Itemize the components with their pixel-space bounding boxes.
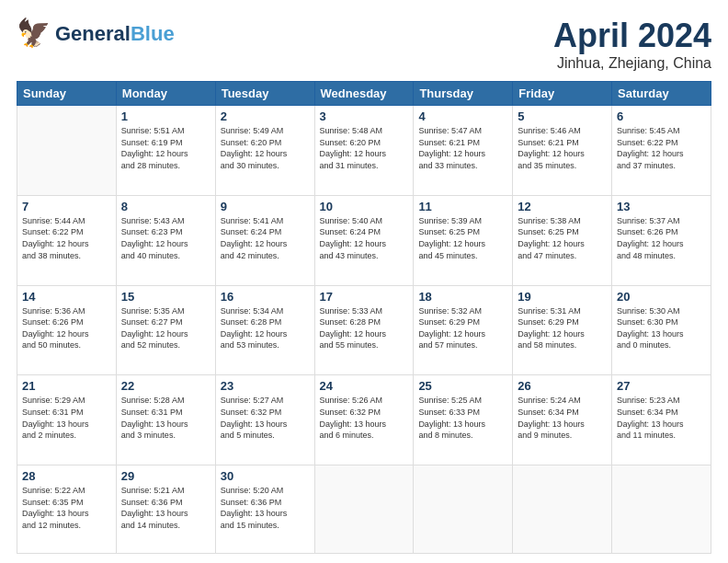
day-info: Sunrise: 5:23 AMSunset: 6:34 PMDaylight:… [617,395,706,441]
table-row: 24Sunrise: 5:26 AMSunset: 6:32 PMDayligh… [314,375,414,465]
table-row [414,465,513,554]
table-row: 8Sunrise: 5:43 AMSunset: 6:23 PMDaylight… [116,195,215,285]
subtitle: Jinhua, Zhejiang, China [553,55,711,72]
table-row: 15Sunrise: 5:35 AMSunset: 6:27 PMDayligh… [116,285,215,375]
day-number: 21 [22,379,111,393]
day-info: Sunrise: 5:25 AMSunset: 6:33 PMDaylight:… [418,395,507,441]
day-number: 26 [518,379,607,393]
day-number: 13 [617,200,706,213]
table-row: 7Sunrise: 5:44 AMSunset: 6:22 PMDaylight… [17,195,117,285]
day-info: Sunrise: 5:35 AMSunset: 6:27 PMDaylight:… [121,305,210,351]
day-info: Sunrise: 5:48 AMSunset: 6:20 PMDaylight:… [320,125,409,171]
table-row: 4Sunrise: 5:47 AMSunset: 6:21 PMDaylight… [414,106,513,196]
table-row: 6Sunrise: 5:45 AMSunset: 6:22 PMDaylight… [612,106,711,196]
day-number: 6 [617,109,706,123]
day-info: Sunrise: 5:46 AMSunset: 6:21 PMDaylight:… [518,125,607,171]
header-wednesday: Wednesday [314,82,414,106]
day-info: Sunrise: 5:37 AMSunset: 6:26 PMDaylight:… [617,215,706,261]
svg-text:🦅: 🦅 [17,17,51,50]
table-row: 12Sunrise: 5:38 AMSunset: 6:25 PMDayligh… [513,195,612,285]
day-info: Sunrise: 5:41 AMSunset: 6:24 PMDaylight:… [221,215,310,261]
day-number: 4 [418,109,507,123]
table-row [612,465,711,554]
title-block: April 2024 Jinhua, Zhejiang, China [553,17,711,72]
day-info: Sunrise: 5:34 AMSunset: 6:28 PMDaylight:… [221,305,310,351]
day-number: 24 [320,379,409,393]
day-info: Sunrise: 5:22 AMSunset: 6:35 PMDaylight:… [22,485,111,531]
table-row: 16Sunrise: 5:34 AMSunset: 6:28 PMDayligh… [215,285,314,375]
header-saturday: Saturday [612,82,711,106]
day-number: 30 [221,469,310,483]
table-row: 2Sunrise: 5:49 AMSunset: 6:20 PMDaylight… [215,106,314,196]
table-row: 17Sunrise: 5:33 AMSunset: 6:28 PMDayligh… [314,285,414,375]
table-row: 1Sunrise: 5:51 AMSunset: 6:19 PMDaylight… [116,106,215,196]
table-row [513,465,612,554]
day-info: Sunrise: 5:27 AMSunset: 6:32 PMDaylight:… [221,395,310,441]
day-number: 15 [121,290,210,304]
header-sunday: Sunday [17,82,117,106]
day-info: Sunrise: 5:21 AMSunset: 6:36 PMDaylight:… [121,485,210,531]
table-row: 3Sunrise: 5:48 AMSunset: 6:20 PMDaylight… [314,106,414,196]
day-number: 10 [320,200,409,213]
day-number: 16 [221,290,310,304]
day-number: 5 [518,109,607,123]
day-info: Sunrise: 5:45 AMSunset: 6:22 PMDaylight:… [617,125,706,171]
day-number: 19 [518,290,607,304]
logo-text-block: GeneralBlue [55,22,175,45]
day-number: 9 [221,200,310,213]
day-info: Sunrise: 5:20 AMSunset: 6:36 PMDaylight:… [221,485,310,531]
table-row: 28Sunrise: 5:22 AMSunset: 6:35 PMDayligh… [17,465,117,554]
day-info: Sunrise: 5:40 AMSunset: 6:24 PMDaylight:… [320,215,409,261]
day-info: Sunrise: 5:49 AMSunset: 6:20 PMDaylight:… [221,125,310,171]
table-row: 11Sunrise: 5:39 AMSunset: 6:25 PMDayligh… [414,195,513,285]
header: 🦅 GeneralBlue April 2024 Jinhua, Zhejian… [17,17,711,72]
header-monday: Monday [116,82,215,106]
day-number: 11 [418,200,507,213]
table-row: 27Sunrise: 5:23 AMSunset: 6:34 PMDayligh… [612,375,711,465]
table-row: 26Sunrise: 5:24 AMSunset: 6:34 PMDayligh… [513,375,612,465]
table-row: 22Sunrise: 5:28 AMSunset: 6:31 PMDayligh… [116,375,215,465]
day-info: Sunrise: 5:43 AMSunset: 6:23 PMDaylight:… [121,215,210,261]
day-number: 8 [121,200,210,213]
table-row: 23Sunrise: 5:27 AMSunset: 6:32 PMDayligh… [215,375,314,465]
day-number: 27 [617,379,706,393]
table-row: 14Sunrise: 5:36 AMSunset: 6:26 PMDayligh… [17,285,117,375]
day-number: 3 [320,109,409,123]
day-number: 29 [121,469,210,483]
day-info: Sunrise: 5:26 AMSunset: 6:32 PMDaylight:… [320,395,409,441]
main-title: April 2024 [553,17,711,55]
day-info: Sunrise: 5:39 AMSunset: 6:25 PMDaylight:… [418,215,507,261]
table-row: 29Sunrise: 5:21 AMSunset: 6:36 PMDayligh… [116,465,215,554]
logo: 🦅 GeneralBlue [17,17,175,52]
logo-name: GeneralBlue [55,22,175,45]
day-number: 25 [418,379,507,393]
day-info: Sunrise: 5:29 AMSunset: 6:31 PMDaylight:… [22,395,111,441]
table-row: 9Sunrise: 5:41 AMSunset: 6:24 PMDaylight… [215,195,314,285]
day-number: 1 [121,109,210,123]
day-info: Sunrise: 5:24 AMSunset: 6:34 PMDaylight:… [518,395,607,441]
table-row [17,106,117,196]
day-info: Sunrise: 5:44 AMSunset: 6:22 PMDaylight:… [22,215,111,261]
table-row: 21Sunrise: 5:29 AMSunset: 6:31 PMDayligh… [17,375,117,465]
day-info: Sunrise: 5:30 AMSunset: 6:30 PMDaylight:… [617,305,706,351]
page: 🦅 GeneralBlue April 2024 Jinhua, Zhejian… [0,0,728,563]
day-info: Sunrise: 5:36 AMSunset: 6:26 PMDaylight:… [22,305,111,351]
day-number: 22 [121,379,210,393]
day-number: 20 [617,290,706,304]
table-row [314,465,414,554]
calendar-table: Sunday Monday Tuesday Wednesday Thursday… [17,81,711,554]
day-info: Sunrise: 5:31 AMSunset: 6:29 PMDaylight:… [518,305,607,351]
day-info: Sunrise: 5:47 AMSunset: 6:21 PMDaylight:… [418,125,507,171]
table-row: 5Sunrise: 5:46 AMSunset: 6:21 PMDaylight… [513,106,612,196]
table-row: 13Sunrise: 5:37 AMSunset: 6:26 PMDayligh… [612,195,711,285]
day-number: 23 [221,379,310,393]
day-info: Sunrise: 5:38 AMSunset: 6:25 PMDaylight:… [518,215,607,261]
day-number: 12 [518,200,607,213]
day-number: 7 [22,200,111,213]
day-info: Sunrise: 5:33 AMSunset: 6:28 PMDaylight:… [320,305,409,351]
day-number: 18 [418,290,507,304]
table-row: 10Sunrise: 5:40 AMSunset: 6:24 PMDayligh… [314,195,414,285]
table-row: 20Sunrise: 5:30 AMSunset: 6:30 PMDayligh… [612,285,711,375]
day-info: Sunrise: 5:51 AMSunset: 6:19 PMDaylight:… [121,125,210,171]
header-tuesday: Tuesday [215,82,314,106]
